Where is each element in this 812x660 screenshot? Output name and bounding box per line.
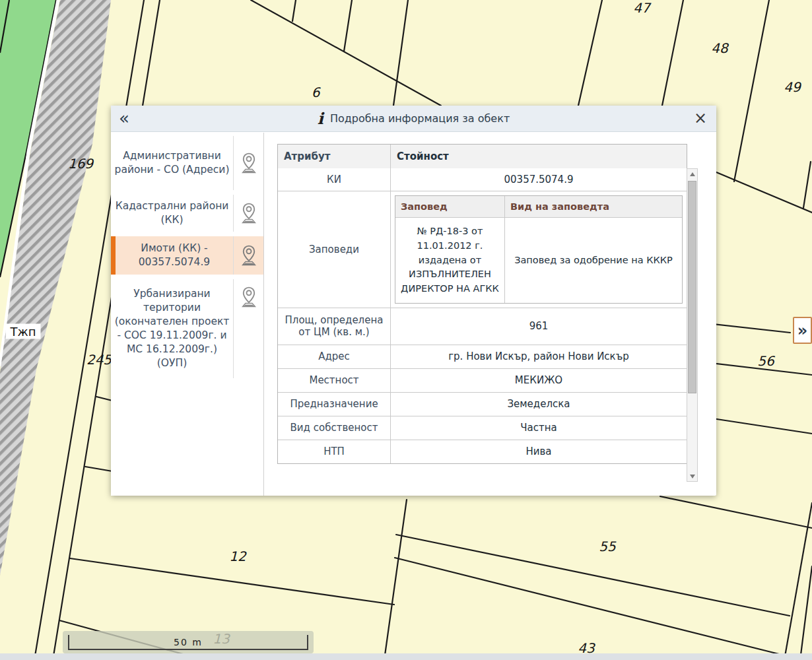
parcel-label-47: 47 xyxy=(633,0,650,16)
attr-label: Вид собственост xyxy=(278,416,390,440)
order-number: № РД-18-3 от 11.01.2012 г. издадена от И… xyxy=(395,218,504,303)
table-row-ntp: НТП Нива xyxy=(278,440,687,463)
attr-value: МЕКИЖО xyxy=(390,369,687,392)
road-label: Тжп xyxy=(6,324,41,339)
popup-header: « i Подробна информация за обект × xyxy=(111,106,716,132)
scale-bar-label: 50 m xyxy=(174,637,203,647)
sidebar-item-label: Кадастрални райони (КК) xyxy=(111,195,233,232)
close-icon[interactable]: × xyxy=(694,109,707,127)
parcel-label-49: 49 xyxy=(784,79,800,95)
attr-value: гр. Нови Искър, район Нови Искър xyxy=(390,345,687,368)
parcel-label-55: 55 xyxy=(599,539,615,554)
orders-header-row: Заповед Вид на заповедта xyxy=(395,196,682,217)
attributes-table: Атрибут Стойност КИ 00357.5074.9 Заповед… xyxy=(277,144,687,464)
double-chevron-right-icon: » xyxy=(797,323,808,339)
parcel-label-56: 56 xyxy=(757,353,774,369)
attr-label: НТП xyxy=(278,440,390,463)
attr-value: 961 xyxy=(390,308,687,345)
sidebar-item-label: Урбанизирани територии (окончателен прое… xyxy=(111,279,233,378)
attr-label: Местност xyxy=(278,369,390,392)
map-pin-icon xyxy=(233,279,263,378)
orders-data-row: № РД-18-3 от 11.01.2012 г. издадена от И… xyxy=(395,217,682,303)
map-canvas[interactable]: 47 48 49 6 169 245 56 55 12 13 43 Тжп 50… xyxy=(0,0,812,660)
map-pin-icon xyxy=(233,136,263,190)
attr-label: КИ xyxy=(278,168,390,191)
sidebar-item-cadastral-regions[interactable]: Кадастрални райони (КК) xyxy=(111,195,263,232)
parcel-label-169: 169 xyxy=(68,156,93,172)
sidebar-item-urban-territories[interactable]: Урбанизирани територии (окончателен прое… xyxy=(111,279,263,378)
orders-col-kind: Вид на заповедта xyxy=(504,196,682,217)
table-header-row: Атрибут Стойност xyxy=(278,145,687,168)
table-row-ki: КИ 00357.5074.9 xyxy=(278,168,687,191)
collapse-panel-button[interactable]: « xyxy=(119,108,129,128)
layer-sidebar: Административни райони - СО (Адреси) Кад… xyxy=(111,133,264,496)
parcel-label-12: 12 xyxy=(229,548,246,564)
parcel-label-245: 245 xyxy=(86,352,112,368)
attr-value: Частна xyxy=(390,416,687,440)
table-row-purpose: Предназначение Земеделска xyxy=(278,392,687,416)
table-row-ownership: Вид собственост Частна xyxy=(278,416,687,440)
map-pin-icon xyxy=(233,236,263,275)
table-scrollbar[interactable] xyxy=(687,168,698,482)
column-header-value: Стойност xyxy=(390,145,687,168)
sidebar-item-admin-regions[interactable]: Административни райони - СО (Адреси) xyxy=(111,136,263,190)
attr-value: Нива xyxy=(390,440,687,463)
table-row-locality: Местност МЕКИЖО xyxy=(278,368,687,392)
attr-label: Площ, определена от ЦМ (кв. м.) xyxy=(278,308,390,345)
orders-nested-table: Заповед Вид на заповедта № РД-18-3 от 11… xyxy=(395,195,683,304)
orders-col-order: Заповед xyxy=(395,196,504,217)
table-row-area: Площ, определена от ЦМ (кв. м.) 961 xyxy=(278,308,687,345)
attr-label: Предназначение xyxy=(278,393,390,416)
attr-value: Заповед Вид на заповедта № РД-18-3 от 11… xyxy=(390,191,687,308)
expand-panel-button[interactable]: » xyxy=(793,317,812,344)
attr-value: 00357.5074.9 xyxy=(390,168,687,191)
scroll-up-icon[interactable] xyxy=(687,169,697,179)
table-row-orders: Заповеди Заповед Вид на заповедта № РД-1… xyxy=(278,191,687,308)
sidebar-item-imoti-selected[interactable]: Имоти (КК) - 00357.5074.9 xyxy=(111,236,263,275)
scale-bar: 50 m xyxy=(63,631,314,653)
scrollbar-thumb[interactable] xyxy=(688,181,696,393)
popup-title: Подробна информация за обект xyxy=(330,112,510,125)
order-kind: Заповед за одобрение на КККР xyxy=(504,218,682,303)
attr-label: Заповеди xyxy=(278,191,390,308)
parcel-label-48: 48 xyxy=(711,40,727,56)
map-pin-icon xyxy=(233,195,263,232)
table-row-address: Адрес гр. Нови Искър, район Нови Искър xyxy=(278,345,687,368)
attr-value: Земеделска xyxy=(390,393,687,416)
parcel-label-6: 6 xyxy=(312,84,320,100)
info-icon: i xyxy=(318,111,323,127)
attr-label: Адрес xyxy=(278,345,390,368)
scroll-down-icon[interactable] xyxy=(687,471,697,481)
bottom-edge-strip xyxy=(0,653,812,660)
sidebar-item-label: Имоти (КК) - 00357.5074.9 xyxy=(116,236,233,275)
sidebar-item-label: Административни райони - СО (Адреси) xyxy=(111,136,233,190)
object-info-popup: « i Подробна информация за обект × Админ… xyxy=(111,106,716,496)
column-header-attribute: Атрибут xyxy=(278,145,390,168)
